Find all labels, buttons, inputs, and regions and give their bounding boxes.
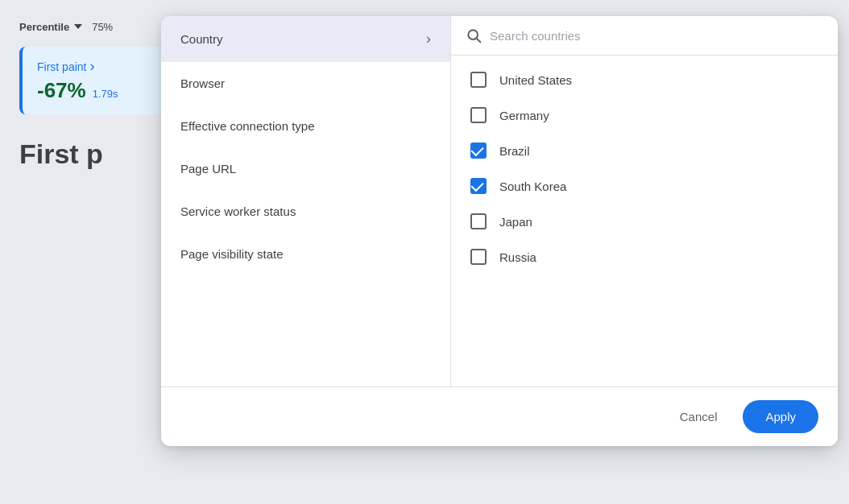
first-paint-change: -67% xyxy=(37,78,86,103)
first-paint-label: First paint › xyxy=(37,58,174,75)
menu-item-page-visibility[interactable]: Page visibility state xyxy=(161,233,450,275)
percentile-label: Percentile xyxy=(19,21,69,33)
country-name-kr: South Korea xyxy=(499,180,566,193)
menu-item-browser[interactable]: Browser xyxy=(161,62,450,105)
list-item[interactable]: United States xyxy=(451,62,838,97)
menu-item-page-url[interactable]: Page URL xyxy=(161,147,450,190)
dialog-footer: Cancel Apply xyxy=(161,386,838,446)
country-checkbox-de[interactable] xyxy=(470,107,487,123)
country-name-us: United States xyxy=(499,73,572,87)
countries-list: United States Germany Brazil South Korea xyxy=(451,56,838,386)
country-name-jp: Japan xyxy=(499,215,532,229)
country-checkbox-jp[interactable] xyxy=(470,213,487,229)
filter-options-panel: United States Germany Brazil South Korea xyxy=(451,16,838,386)
country-checkbox-kr[interactable] xyxy=(470,178,487,194)
search-bar xyxy=(451,16,838,56)
menu-item-country-label: Country xyxy=(180,32,223,46)
menu-item-connection[interactable]: Effective connection type xyxy=(161,105,450,147)
menu-item-service-worker[interactable]: Service worker status xyxy=(161,190,450,233)
arrow-icon: › xyxy=(89,58,94,75)
country-name-br: Brazil xyxy=(499,144,530,158)
search-countries-input[interactable] xyxy=(490,29,823,43)
country-checkbox-br[interactable] xyxy=(470,143,487,159)
menu-item-page-visibility-label: Page visibility state xyxy=(180,247,284,261)
dialog-body: Country › Browser Effective connection t… xyxy=(161,16,838,386)
list-item[interactable]: Brazil xyxy=(451,133,838,168)
list-item[interactable]: Russia xyxy=(451,239,838,275)
filter-dialog: Country › Browser Effective connection t… xyxy=(161,16,838,446)
country-name-ru: Russia xyxy=(499,250,536,264)
apply-button[interactable]: Apply xyxy=(743,400,818,433)
menu-item-connection-label: Effective connection type xyxy=(180,119,315,133)
chevron-right-icon: › xyxy=(426,31,431,48)
cancel-button[interactable]: Cancel xyxy=(664,402,734,432)
percentile-value: 75% xyxy=(92,21,113,33)
list-item[interactable]: South Korea xyxy=(451,168,838,204)
menu-item-country[interactable]: Country › xyxy=(161,16,450,62)
menu-item-service-worker-label: Service worker status xyxy=(180,204,296,218)
country-checkbox-ru[interactable] xyxy=(470,249,487,265)
menu-item-browser-label: Browser xyxy=(180,76,225,90)
menu-item-page-url-label: Page URL xyxy=(180,162,236,176)
chevron-down-icon xyxy=(74,24,82,29)
search-icon xyxy=(466,27,482,43)
country-name-de: Germany xyxy=(499,109,549,122)
list-item[interactable]: Japan xyxy=(451,204,838,239)
filter-category-list: Country › Browser Effective connection t… xyxy=(161,16,451,386)
svg-line-1 xyxy=(477,39,481,43)
list-item[interactable]: Germany xyxy=(451,97,838,133)
first-paint-stats: -67% 1.79s xyxy=(37,78,174,103)
first-paint-time: 1.79s xyxy=(93,88,118,100)
country-checkbox-us[interactable] xyxy=(470,72,487,88)
